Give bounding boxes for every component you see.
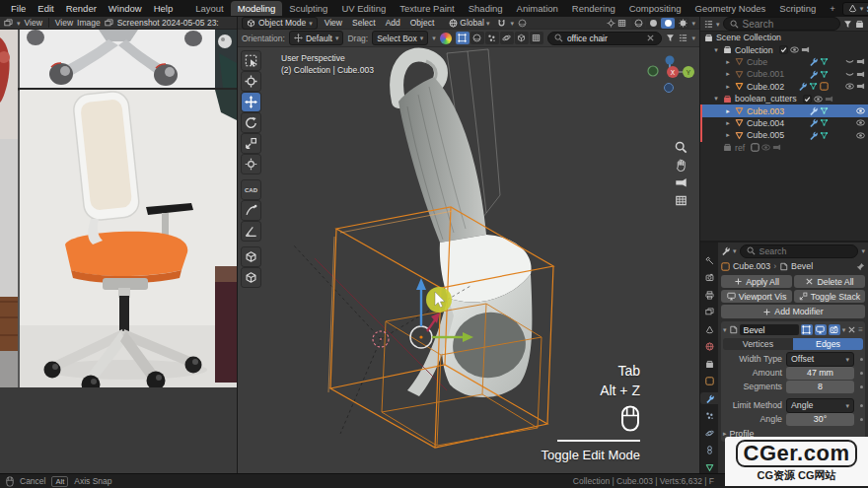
toggle-stack-button[interactable]: Toggle Stack [794, 290, 865, 303]
display-mode-icon[interactable] [704, 20, 713, 29]
hide-eye-icon[interactable] [761, 143, 770, 152]
menu-render[interactable]: Render [60, 2, 103, 15]
clear-search-icon[interactable] [646, 34, 655, 42]
disable-render-camera-icon[interactable] [772, 143, 781, 152]
tab-constraints[interactable] [701, 445, 717, 456]
tool-add-primitive[interactable] [242, 268, 260, 287]
tab-texture-paint[interactable]: Texture Paint [393, 1, 461, 16]
render-display-toggle[interactable] [829, 324, 840, 335]
breadcrumb-modifier[interactable]: Bevel [791, 261, 813, 271]
disclosure-icon[interactable]: ▸ [724, 58, 732, 66]
tool-cad-sketcher[interactable]: CAD [242, 180, 260, 199]
editor-type-icon[interactable] [721, 246, 730, 255]
decorator-dot[interactable] [860, 372, 863, 375]
tab-compositing[interactable]: Compositing [622, 1, 688, 16]
bookmark-icon[interactable] [666, 34, 675, 42]
tool-annotate-curve[interactable] [242, 201, 260, 220]
tool-add-cube[interactable] [242, 247, 260, 266]
menu-object[interactable]: Object [407, 18, 438, 28]
outliner-row-cube-004[interactable]: ▸ Cube.004 [700, 117, 868, 129]
tab-world[interactable] [701, 341, 717, 353]
snap-magnet-icon[interactable] [497, 19, 506, 28]
hide-eye-icon[interactable] [856, 106, 865, 115]
tab-tool[interactable] [701, 254, 717, 266]
proportional-edit-icon[interactable] [518, 19, 527, 28]
disable-render-camera-icon[interactable] [856, 57, 865, 66]
outliner-row-cube-003[interactable]: ▸ Cube.003 [700, 105, 868, 116]
tool-select-box[interactable] [242, 51, 260, 70]
width-type-dropdown[interactable]: Offset▾ [786, 352, 854, 367]
outliner-row-ref[interactable]: ref [700, 142, 868, 154]
camera-view-icon[interactable] [675, 176, 687, 189]
limit-method-dropdown[interactable]: Angle▾ [786, 398, 854, 413]
tab-animation[interactable]: Animation [510, 1, 565, 16]
disable-render-camera-icon[interactable] [856, 70, 865, 79]
tab-physics[interactable] [701, 427, 717, 439]
tool-move[interactable] [242, 93, 260, 111]
tab-modeling[interactable]: Modeling [231, 1, 283, 16]
affect-vertices-button[interactable]: Vertices [723, 338, 793, 350]
hide-eye-icon[interactable] [845, 57, 854, 66]
disable-render-camera-icon[interactable] [801, 45, 810, 54]
image-name[interactable]: Screenshot 2024-05-05 23: [117, 18, 219, 28]
tab-uv-editing[interactable]: UV Editing [334, 1, 393, 16]
snap-edge-button[interactable] [485, 32, 499, 44]
add-modifier-button[interactable]: Add Modifier [721, 305, 865, 318]
modifier-name-field[interactable]: Bevel [740, 324, 799, 335]
tab-render[interactable] [701, 272, 717, 284]
new-collection-icon[interactable] [855, 20, 864, 29]
realtime-display-toggle[interactable] [815, 324, 827, 335]
menu-help[interactable]: Help [148, 2, 180, 15]
menu-file[interactable]: File [5, 2, 32, 15]
menu-window[interactable]: Window [103, 2, 148, 15]
tab-geometry-nodes[interactable]: Geometry Nodes [688, 1, 773, 16]
hide-eye-icon[interactable] [790, 45, 799, 54]
exclude-checkbox[interactable] [779, 45, 788, 54]
ortho-grid-icon[interactable] [675, 194, 687, 207]
tab-object[interactable] [701, 376, 717, 387]
hide-eye-icon[interactable] [845, 70, 854, 79]
snap-increment-button[interactable] [456, 32, 470, 44]
tool-scale[interactable] [242, 134, 260, 153]
image-datablock-icon[interactable] [105, 19, 113, 28]
disclosure-icon[interactable]: ▸ [724, 83, 732, 91]
edit-mode-display-toggle[interactable] [801, 324, 813, 335]
tab-sculpting[interactable]: Sculpting [282, 1, 334, 16]
tab-object-data[interactable] [701, 461, 717, 473]
tab-particles[interactable] [701, 410, 717, 422]
viewport-canvas[interactable]: X Y CAD User Perspective (2) Collection … [238, 47, 699, 476]
stack-icon[interactable] [679, 34, 687, 42]
overlays-toggle-icon[interactable] [617, 19, 626, 28]
outliner-row-cube-002[interactable]: ▸ Cube.002 [700, 81, 868, 93]
zoom-icon[interactable] [675, 141, 687, 154]
options-chevron[interactable]: ▾ [861, 247, 865, 254]
outliner-row-collection[interactable]: ▾ Collection [700, 43, 868, 55]
shading-solid-button[interactable] [646, 18, 660, 29]
tab-view-layer[interactable] [701, 307, 717, 318]
extras-chevron[interactable]: ▾ [842, 326, 846, 333]
close-icon[interactable] [847, 325, 856, 334]
hide-eye-icon[interactable] [856, 131, 865, 140]
filter-chevron[interactable]: ▾ [691, 35, 695, 41]
drag-value-dropdown[interactable]: Select Box▾ [372, 31, 428, 45]
apply-all-button[interactable]: Apply All [721, 275, 792, 288]
menu-add[interactable]: Add [383, 18, 403, 28]
collapse-chevron[interactable]: ▾ [723, 326, 727, 333]
shading-wireframe-button[interactable] [631, 18, 645, 29]
disclosure-icon[interactable]: ▸ [724, 70, 732, 78]
pin-icon[interactable] [856, 262, 865, 271]
outliner-row-boolean-cutters[interactable]: ▾ boolean_cutters [700, 93, 868, 105]
affect-edges-button[interactable]: Edges [793, 338, 863, 350]
snap-face-button[interactable] [500, 32, 514, 44]
snap-vertex-button[interactable] [470, 32, 484, 44]
outliner-row-cube[interactable]: ▸ Cube [700, 56, 868, 68]
shading-options-chevron[interactable]: ▾ [691, 20, 695, 27]
orientation-dropdown[interactable]: Global▾ [449, 18, 489, 28]
mode-dropdown[interactable]: Object Mode▾ [242, 17, 318, 30]
hide-eye-icon[interactable] [856, 118, 865, 127]
outliner-search-input[interactable]: Search [723, 17, 840, 31]
viewport-search-input[interactable]: office chair [547, 32, 663, 45]
tab-rendering[interactable]: Rendering [565, 1, 622, 16]
outliner-row-cube-005[interactable]: ▸ Cube.005 [700, 129, 868, 141]
angle-slider[interactable]: 30° [786, 413, 854, 426]
